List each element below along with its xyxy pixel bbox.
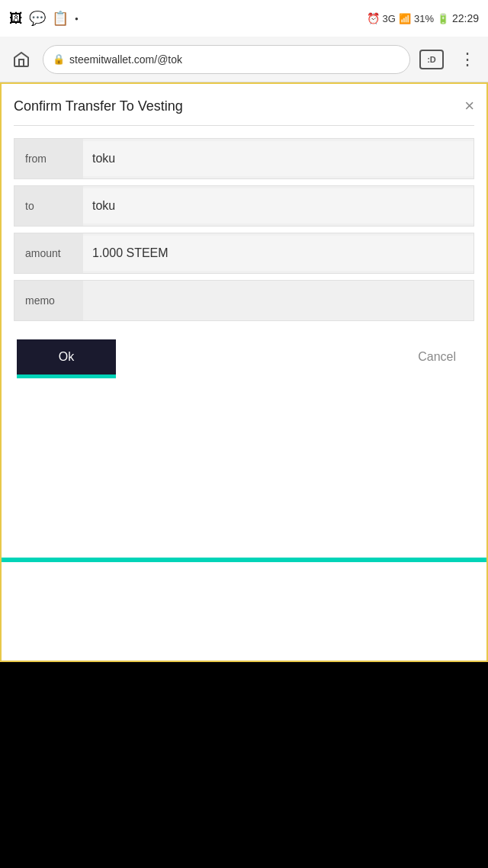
status-bar-left: 🖼 💬 📋 ● [9, 10, 79, 27]
battery-label: 31% [414, 13, 434, 24]
cancel-button[interactable]: Cancel [403, 342, 471, 371]
to-label: to [14, 186, 83, 226]
signal-icon: 📶 [399, 13, 411, 24]
from-label: from [14, 139, 83, 178]
from-value: toku [83, 141, 474, 176]
status-bar-right: ⏰ 3G 📶 31% 🔋 22:29 [367, 12, 479, 24]
memo-label: memo [14, 281, 83, 320]
battery-icon: 🔋 [437, 13, 449, 24]
menu-dots-icon: ⋮ [459, 50, 475, 69]
memo-value[interactable] [83, 290, 474, 311]
network-label: 3G [383, 13, 396, 24]
amount-value: 1.000 STEEM [83, 236, 474, 271]
close-button[interactable]: × [464, 98, 474, 114]
browser-chrome: 🔒 steemitwallet.com/@tok :D ⋮ [0, 37, 488, 82]
teal-bar [2, 558, 486, 562]
image-icon: 🖼 [9, 11, 23, 27]
whatsapp-icon: 💬 [29, 10, 46, 27]
header-divider [14, 125, 474, 126]
dot-icon: ● [75, 15, 79, 22]
url-text: steemitwallet.com/@tok [69, 53, 400, 66]
home-button[interactable] [8, 46, 35, 73]
alarm-icon: ⏰ [367, 12, 380, 24]
dialog: Confirm Transfer To Vesting × from toku … [2, 84, 486, 390]
buttons-row: Ok Cancel [14, 339, 474, 375]
menu-button[interactable]: ⋮ [453, 46, 480, 73]
tab-button[interactable]: :D [418, 46, 445, 73]
dialog-title: Confirm Transfer To Vesting [14, 98, 183, 114]
lock-icon: 🔒 [53, 53, 65, 65]
black-bottom [0, 662, 488, 815]
status-bar: 🖼 💬 📋 ● ⏰ 3G 📶 31% 🔋 22:29 [0, 0, 488, 37]
ok-button[interactable]: Ok [17, 339, 116, 375]
address-bar[interactable]: 🔒 steemitwallet.com/@tok [43, 45, 410, 74]
tab-label: :D [419, 50, 444, 69]
amount-field-row: amount 1.000 STEEM [14, 233, 474, 274]
memo-field-row: memo [14, 280, 474, 321]
amount-label: amount [14, 233, 83, 273]
to-field-row: to toku [14, 185, 474, 227]
page-content: Confirm Transfer To Vesting × from toku … [0, 82, 488, 662]
empty-space [2, 390, 486, 558]
calendar-icon: 📋 [52, 10, 69, 27]
to-value: toku [83, 188, 474, 223]
time-label: 22:29 [452, 12, 479, 24]
from-field-row: from toku [14, 138, 474, 179]
dialog-header: Confirm Transfer To Vesting × [14, 98, 474, 114]
